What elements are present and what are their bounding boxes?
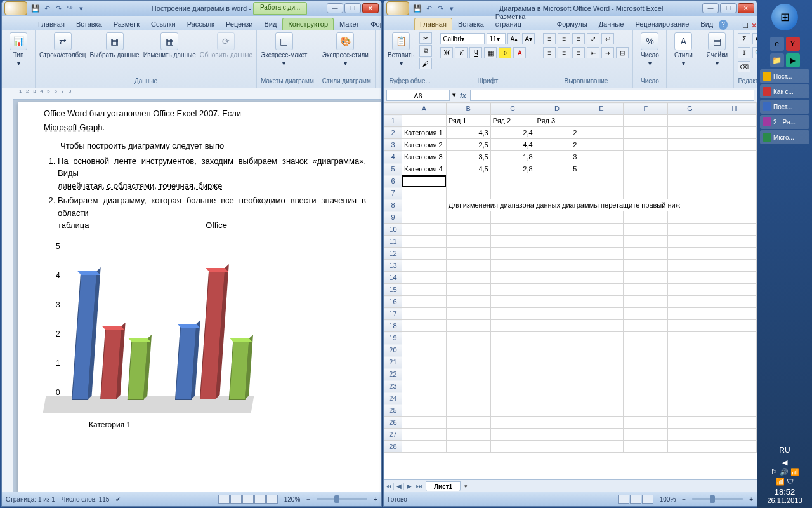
grow-font-icon[interactable]: A▴ <box>508 33 520 44</box>
number-format-button[interactable]: %Число▾ <box>637 32 662 67</box>
align-left-icon[interactable]: ≡ <box>543 47 556 58</box>
last-sheet-icon[interactable]: ⏭ <box>414 483 424 490</box>
prev-sheet-icon[interactable]: ◀ <box>394 483 404 490</box>
tray-expand-icon[interactable]: ◀ <box>767 458 802 467</box>
font-name-combo[interactable]: Calibri ▾ <box>440 33 485 44</box>
excel-titlebar[interactable]: 💾 ↶ ↷ ▾ Диаграмма в Microsoft Office Wor… <box>384 1 757 16</box>
clock-time[interactable]: 18:52 <box>767 487 802 497</box>
tab-formulas[interactable]: Формулы <box>551 18 593 30</box>
tab-mailings[interactable]: Рассылк <box>181 18 220 30</box>
clear-icon[interactable]: ⌫ <box>738 61 750 72</box>
underline-icon[interactable]: Ч <box>469 47 482 58</box>
pinned-explorer-icon[interactable]: 📁 <box>770 53 784 67</box>
tab-insert[interactable]: Вставка <box>452 18 490 30</box>
word-titlebar[interactable]: 💾 ↶ ↷ ᴬᴮ ▾ Построение диаграмм в word - … <box>2 1 381 16</box>
clock-date[interactable]: 26.11.2013 <box>767 497 802 504</box>
styles-button[interactable]: AСтили▾ <box>671 32 696 67</box>
tab-page-layout[interactable]: Разметка страниц <box>490 10 551 30</box>
align-right-icon[interactable]: ≡ <box>572 47 585 58</box>
merge-icon[interactable]: ⊟ <box>616 47 629 58</box>
tab-view[interactable]: Вид <box>258 18 282 30</box>
undo-icon[interactable]: ↶ <box>424 4 433 13</box>
tray-signal-icon[interactable]: 📶 <box>776 478 785 486</box>
redo-icon[interactable]: ↷ <box>54 4 63 13</box>
fill-color-icon[interactable]: ◊ <box>499 47 511 58</box>
word-count[interactable]: Число слов: 115 <box>62 496 110 503</box>
maximize-button[interactable]: ☐ <box>720 3 737 13</box>
tab-chart-design[interactable]: Конструктор <box>282 18 334 30</box>
view-buttons[interactable] <box>618 495 653 504</box>
taskbar-item[interactable]: 2 - Pa... <box>760 115 809 129</box>
name-box[interactable]: A6 <box>386 90 450 101</box>
vertical-ruler[interactable] <box>2 88 13 492</box>
name-box-dropdown-icon[interactable]: ▾ <box>452 91 456 99</box>
zoom-in-icon[interactable]: + <box>374 496 377 503</box>
new-sheet-icon[interactable]: ✧ <box>463 483 468 490</box>
refresh-data-button[interactable]: ⟳Обновить данные <box>200 32 252 58</box>
wrap-text-icon[interactable]: ↩ <box>601 33 614 44</box>
format-painter-icon[interactable]: 🖌 <box>419 58 432 69</box>
cells-button[interactable]: ▤Ячейки▾ <box>704 32 730 67</box>
close-button[interactable]: ✕ <box>738 3 754 13</box>
switch-row-col-button[interactable]: ⇄Строка/столбец <box>39 32 86 58</box>
fill-icon[interactable]: ↧ <box>738 47 750 58</box>
page-indicator[interactable]: Страница: 1 из 1 <box>6 496 55 503</box>
tab-view[interactable]: Вид <box>695 18 719 30</box>
border-icon[interactable]: ▦ <box>484 47 497 58</box>
spellcheck-status-icon[interactable]: ✔ <box>115 496 121 503</box>
bold-icon[interactable]: Ж <box>440 47 453 58</box>
view-buttons[interactable] <box>218 495 278 504</box>
chart-type-button[interactable]: 📊Тип▾ <box>6 32 31 67</box>
minimize-button[interactable]: — <box>327 3 343 13</box>
edit-data-button[interactable]: ▦Изменить данные <box>143 32 196 58</box>
copy-icon[interactable]: ⧉ <box>419 45 432 57</box>
quick-styles-button[interactable]: 🎨Экспресс-стили▾ <box>322 32 369 67</box>
increase-indent-icon[interactable]: ⇥ <box>601 47 614 58</box>
cut-icon[interactable]: ✂ <box>419 32 432 44</box>
tab-insert[interactable]: Вставка <box>70 18 108 30</box>
office-button[interactable] <box>4 1 27 15</box>
minimize-button[interactable]: — <box>702 3 719 13</box>
tab-data[interactable]: Данные <box>593 18 630 30</box>
zoom-slider[interactable] <box>692 498 743 500</box>
decrease-indent-icon[interactable]: ⇤ <box>587 47 599 58</box>
tab-chart-layout[interactable]: Макет <box>334 18 365 30</box>
taskbar-item[interactable]: Micro... <box>760 130 809 144</box>
shrink-font-icon[interactable]: A▾ <box>522 33 535 44</box>
paste-button[interactable]: 📋Вставить▾ <box>388 32 414 67</box>
fx-icon[interactable]: fx <box>460 91 466 99</box>
align-top-icon[interactable]: ≡ <box>543 33 556 44</box>
spellcheck-icon[interactable]: ᴬᴮ <box>65 4 74 13</box>
embedded-3d-bar-chart[interactable]: 012345 Категория 1 <box>44 236 259 432</box>
tray-antivirus-icon[interactable]: 🛡 <box>787 478 794 486</box>
font-color-icon[interactable]: A <box>513 47 526 58</box>
orientation-icon[interactable]: ⤢ <box>587 33 599 44</box>
input-language[interactable]: RU <box>767 446 802 455</box>
start-button[interactable]: ⊞ <box>771 4 798 30</box>
formula-input[interactable] <box>470 90 754 101</box>
tray-network-icon[interactable]: 📶 <box>790 468 799 476</box>
taskbar-item[interactable]: Пост... <box>760 69 809 83</box>
next-sheet-icon[interactable]: ▶ <box>404 483 414 490</box>
tab-layout[interactable]: Разметк <box>108 18 145 30</box>
close-button[interactable]: ✕ <box>362 3 379 13</box>
spreadsheet-grid[interactable]: ABCDEFGH1Ряд 1Ряд 2Ряд 32Категория 14,32… <box>384 102 757 479</box>
taskbar-item[interactable]: Пост... <box>760 100 809 114</box>
maximize-button[interactable]: ☐ <box>344 3 361 13</box>
zoom-percent[interactable]: 120% <box>284 496 301 503</box>
tab-home[interactable]: Главная <box>32 18 70 30</box>
align-center-icon[interactable]: ≡ <box>558 47 570 58</box>
tab-chart-format[interactable]: Формат <box>365 18 382 30</box>
align-middle-icon[interactable]: ≡ <box>558 33 570 44</box>
save-icon[interactable]: 💾 <box>413 4 422 13</box>
select-data-button[interactable]: ▦Выбрать данные <box>89 32 139 58</box>
tab-review[interactable]: Рецензи <box>220 18 259 30</box>
quick-layout-button[interactable]: ◫Экспресс-макет▾ <box>261 32 307 67</box>
sheet-tab-1[interactable]: Лист1 <box>426 481 461 491</box>
qat-dropdown-icon[interactable]: ▾ <box>447 4 456 13</box>
autosum-icon[interactable]: Σ <box>738 33 750 44</box>
pinned-media-icon[interactable]: ▶ <box>786 53 800 67</box>
zoom-out-icon[interactable]: − <box>306 496 310 503</box>
horizontal-ruler[interactable]: ···1···2···3···4···5···6···7···8··· <box>13 88 381 100</box>
redo-icon[interactable]: ↷ <box>436 4 445 13</box>
